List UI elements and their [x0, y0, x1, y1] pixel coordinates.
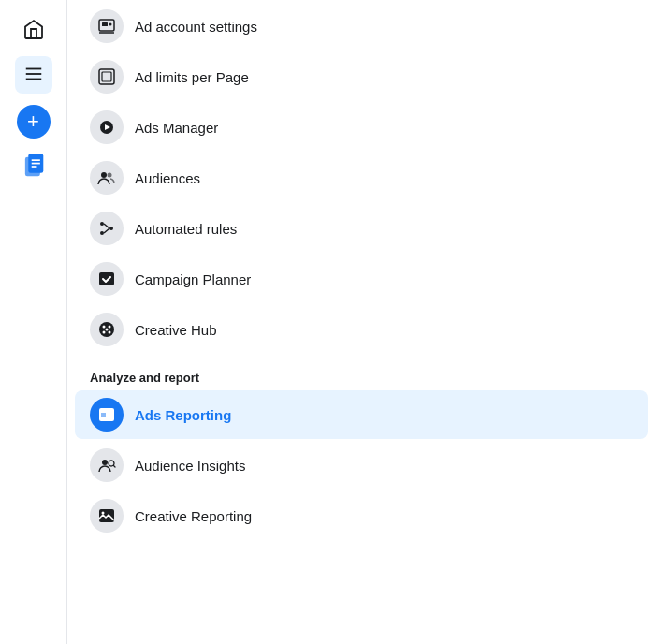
ad-account-settings-icon: [90, 9, 124, 43]
menu-item-audience-insights[interactable]: Audience Insights: [75, 441, 648, 490]
menu-item-automated-rules[interactable]: Automated rules: [75, 204, 648, 253]
creative-hub-label: Creative Hub: [135, 322, 217, 338]
create-button[interactable]: +: [17, 105, 51, 139]
svg-point-38: [102, 512, 105, 515]
analyze-report-list: Ads Reporting Audience Insights: [67, 390, 655, 540]
pages-icon: [19, 152, 49, 185]
svg-point-19: [109, 227, 113, 230]
menu-item-ad-account-settings[interactable]: Ad account settings: [75, 2, 648, 51]
menu-item-creative-hub[interactable]: Creative Hub: [75, 305, 648, 354]
menu-item-creative-reporting[interactable]: Creative Reporting: [75, 491, 648, 540]
home-icon: [22, 18, 45, 43]
menu-item-ad-limits[interactable]: Ad limits per Page: [75, 52, 648, 101]
svg-line-21: [104, 224, 109, 228]
svg-point-18: [100, 222, 104, 226]
menu-list: Ad account settings Ad limits per Page A…: [67, 2, 655, 354]
svg-rect-23: [99, 272, 114, 285]
svg-point-29: [106, 329, 109, 331]
svg-point-10: [109, 23, 112, 26]
ad-limits-icon: [90, 60, 124, 94]
ad-account-settings-label: Ad account settings: [135, 19, 257, 35]
creative-reporting-label: Creative Reporting: [135, 508, 252, 524]
home-button[interactable]: [15, 11, 52, 49]
audiences-icon: [90, 161, 124, 195]
campaign-planner-icon: [90, 262, 124, 296]
svg-point-17: [108, 173, 112, 178]
creative-hub-icon: [90, 313, 124, 346]
ads-manager-label: Ads Manager: [135, 120, 218, 136]
creative-reporting-icon: [90, 499, 124, 533]
ads-reporting-icon: [90, 398, 124, 432]
svg-line-36: [114, 466, 116, 468]
svg-rect-31: [101, 411, 106, 418]
menu-item-ads-manager[interactable]: Ads Manager: [75, 103, 648, 152]
analyze-report-section-header: Analyze and report: [67, 356, 655, 388]
main-menu: Ad account settings Ad limits per Page A…: [67, 0, 655, 644]
svg-point-25: [103, 326, 106, 329]
pages-button[interactable]: [15, 150, 52, 187]
svg-point-26: [109, 326, 111, 329]
svg-rect-9: [102, 22, 108, 26]
audience-insights-icon: [90, 448, 124, 482]
sidebar-narrow: +: [0, 0, 67, 644]
automated-rules-icon: [90, 212, 124, 245]
ads-reporting-label: Ads Reporting: [135, 407, 231, 423]
svg-point-16: [101, 172, 107, 178]
ad-limits-label: Ad limits per Page: [135, 69, 249, 85]
menu-icon: [23, 64, 44, 87]
plus-icon: +: [27, 111, 39, 132]
menu-item-audiences[interactable]: Audiences: [75, 154, 648, 202]
svg-rect-13: [102, 72, 111, 81]
svg-point-20: [100, 231, 104, 235]
menu-item-campaign-planner[interactable]: Campaign Planner: [75, 255, 648, 303]
campaign-planner-label: Campaign Planner: [135, 271, 251, 287]
svg-point-34: [102, 460, 108, 465]
audiences-label: Audiences: [135, 170, 200, 186]
svg-point-28: [109, 331, 111, 334]
menu-item-ads-reporting[interactable]: Ads Reporting: [75, 390, 648, 439]
svg-point-27: [103, 331, 106, 334]
menu-button[interactable]: [15, 56, 52, 94]
svg-line-22: [104, 228, 109, 233]
ads-manager-icon: [90, 110, 124, 144]
automated-rules-label: Automated rules: [135, 221, 237, 237]
audience-insights-label: Audience Insights: [135, 458, 245, 474]
